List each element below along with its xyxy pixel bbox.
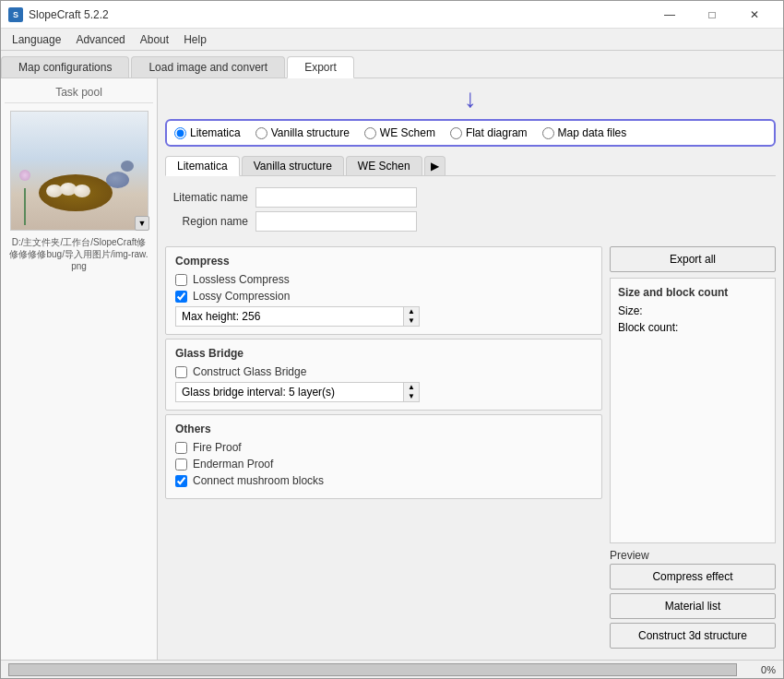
litematic-name-input[interactable] (255, 187, 417, 208)
glass-spinbox-arrows: ▲ ▼ (403, 383, 419, 401)
sidebar: Task pool (1, 78, 158, 660)
region-name-input[interactable] (255, 211, 417, 232)
image-path: D:/主文件夹/工作台/SlopeCraft修修修修修bug/导入用图片/img… (5, 234, 153, 274)
lossy-checkbox[interactable] (175, 291, 187, 303)
preview-label: Preview (610, 549, 776, 562)
flowers-decoration (16, 170, 34, 225)
export-format-group: Litematica Vanilla structure WE Schem Fl… (165, 119, 776, 147)
region-name-label: Region name (165, 215, 248, 228)
lossy-label: Lossy Compression (193, 290, 290, 303)
enderman-proof-row: Enderman Proof (175, 458, 592, 471)
lossless-label: Lossless Compress (193, 273, 290, 286)
compress-section: Compress Lossless Compress Lossy Compres… (165, 246, 602, 335)
enderman-proof-label: Enderman Proof (193, 458, 273, 471)
task-pool-label: Task pool (5, 82, 153, 103)
radio-map-data[interactable]: Map data files (542, 126, 627, 139)
image-options-button[interactable]: ▼ (135, 216, 149, 231)
lossy-row: Lossy Compression (175, 290, 592, 303)
left-col: Compress Lossless Compress Lossy Compres… (165, 246, 602, 652)
spinbox-arrows: ▲ ▼ (403, 307, 419, 326)
tab-map-configurations[interactable]: Map configurations (1, 56, 129, 77)
others-title: Others (175, 423, 592, 435)
sub-tabs: Litematica Vanilla structure WE Schen ▶ (165, 156, 776, 176)
lossless-checkbox[interactable] (175, 274, 187, 286)
right-panel: ↓ Litematica Vanilla structure WE Schem (158, 78, 783, 660)
fire-proof-checkbox[interactable] (175, 442, 187, 454)
size-row: Size: (618, 304, 767, 317)
lower-section: Compress Lossless Compress Lossy Compres… (165, 246, 776, 652)
connect-mushroom-row: Connect mushroom blocks (175, 474, 592, 487)
compress-effect-button[interactable]: Compress effect (610, 564, 776, 590)
menu-language[interactable]: Language (5, 31, 68, 48)
fire-proof-label: Fire Proof (193, 441, 242, 454)
glass-spinbox-up[interactable]: ▲ (404, 383, 419, 392)
construct-glass-checkbox[interactable] (175, 366, 187, 378)
glass-spinbox-down[interactable]: ▼ (404, 392, 419, 401)
title-controls: — □ ✕ (648, 1, 776, 29)
max-height-spinbox: Max height: 256 ▲ ▼ (175, 306, 420, 327)
main-window: S SlopeCraft 5.2.2 — □ ✕ Language Advanc… (0, 0, 784, 679)
construct-glass-row: Construct Glass Bridge (175, 365, 592, 378)
glass-bridge-section: Glass Bridge Construct Glass Bridge Glas… (165, 339, 602, 411)
material-list-button[interactable]: Material list (610, 593, 776, 619)
construct-3d-button[interactable]: Construct 3d structure (610, 623, 776, 649)
connect-mushroom-checkbox[interactable] (175, 475, 187, 487)
right-col: Export all Size and block count Size: Bl… (610, 246, 776, 652)
title-bar-left: S SlopeCraft 5.2.2 (8, 7, 109, 22)
block-count-row: Block count: (618, 321, 767, 334)
nav-tabs: Map configurations Load image and conver… (1, 51, 783, 78)
progress-bar-wrapper (8, 663, 737, 676)
close-button[interactable]: ✕ (733, 1, 776, 29)
arrow-indicator: ↓ (165, 86, 776, 112)
max-height-value: Max height: 256 (176, 308, 403, 325)
litematic-name-row: Litematic name (165, 187, 776, 208)
fire-proof-row: Fire Proof (175, 441, 592, 454)
progress-label: 0% (748, 664, 776, 675)
compress-title: Compress (175, 255, 592, 268)
radio-vanilla[interactable]: Vanilla structure (255, 126, 350, 139)
sub-tab-vanilla[interactable]: Vanilla structure (242, 156, 344, 175)
tab-export[interactable]: Export (287, 56, 354, 78)
menu-about[interactable]: About (133, 31, 176, 48)
main-content: Task pool (1, 78, 783, 660)
radio-litematica[interactable]: Litematica (174, 126, 241, 139)
minimize-button[interactable]: — (648, 1, 691, 29)
block-count-label: Block count: (618, 321, 678, 334)
status-bar: 0% (1, 660, 783, 678)
spinbox-down-button[interactable]: ▼ (404, 316, 419, 326)
glass-interval-value: Glass bridge interval: 5 layer(s) (176, 384, 403, 400)
glass-bridge-title: Glass Bridge (175, 347, 592, 360)
region-name-row: Region name (165, 211, 776, 232)
construct-glass-label: Construct Glass Bridge (193, 365, 306, 378)
size-count-title: Size and block count (618, 286, 767, 299)
menu-bar: Language Advanced About Help (1, 29, 783, 51)
menu-help[interactable]: Help (176, 31, 214, 48)
lossless-row: Lossless Compress (175, 273, 592, 286)
radio-we-schem[interactable]: WE Schem (364, 126, 435, 139)
tab-load-image[interactable]: Load image and convert (131, 56, 285, 77)
sub-tab-more-button[interactable]: ▶ (424, 156, 445, 175)
egg3-decoration (74, 185, 90, 197)
enderman-proof-checkbox[interactable] (175, 459, 187, 471)
image-preview (10, 111, 148, 231)
litematic-form: Litematic name Region name (165, 187, 776, 241)
litematic-name-label: Litematic name (165, 191, 248, 204)
glass-interval-spinbox: Glass bridge interval: 5 layer(s) ▲ ▼ (175, 382, 420, 402)
spinbox-up-button[interactable]: ▲ (404, 307, 419, 316)
connect-mushroom-label: Connect mushroom blocks (193, 474, 324, 487)
app-icon: S (8, 7, 23, 22)
window-title: SlopeCraft 5.2.2 (29, 8, 109, 21)
export-all-button[interactable]: Export all (610, 246, 776, 272)
size-label: Size: (618, 304, 643, 317)
title-bar: S SlopeCraft 5.2.2 — □ ✕ (1, 1, 783, 29)
menu-advanced[interactable]: Advanced (68, 31, 132, 48)
sub-tab-litematica[interactable]: Litematica (165, 156, 240, 176)
bird-decoration (101, 161, 134, 188)
maximize-button[interactable]: □ (691, 1, 733, 29)
others-section: Others Fire Proof Enderman Proof Connect… (165, 414, 602, 499)
sub-tab-we-schem[interactable]: WE Schen (346, 156, 422, 175)
preview-section: Preview Compress effect Material list Co… (610, 549, 776, 652)
size-count-section: Size and block count Size: Block count: (610, 278, 776, 543)
radio-flat-diagram[interactable]: Flat diagram (450, 126, 528, 139)
